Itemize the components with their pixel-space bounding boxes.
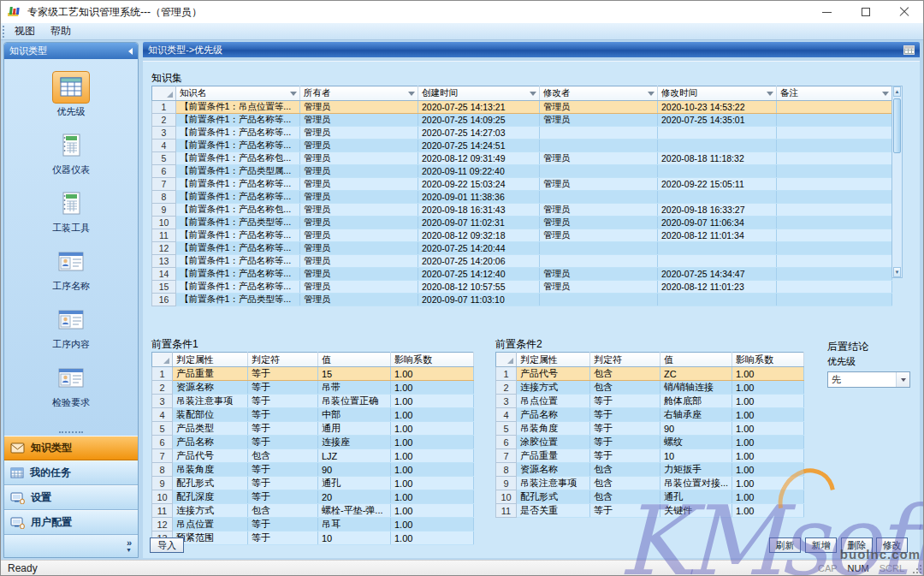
- cell-modified[interactable]: [658, 127, 777, 140]
- cell-created[interactable]: 2020-09-22 15:03:24: [418, 178, 540, 191]
- cell-name[interactable]: 【前置条件1：产品名称等...: [176, 281, 300, 294]
- cell-coef[interactable]: 1.00: [732, 477, 804, 490]
- cell-note[interactable]: [777, 114, 892, 127]
- cell-note[interactable]: [777, 165, 892, 178]
- cell-owner[interactable]: 管理员: [300, 281, 418, 294]
- cell-attr[interactable]: 涂胶位置: [517, 436, 590, 449]
- cell-owner[interactable]: 管理员: [300, 255, 418, 268]
- cell-value[interactable]: 20: [318, 490, 391, 504]
- column-header-modifier[interactable]: 修改者: [540, 86, 658, 101]
- cell-attr[interactable]: 吊装注意事项: [173, 395, 248, 408]
- cell-attr[interactable]: 产品重量: [173, 367, 248, 381]
- cell-modifier[interactable]: [540, 191, 658, 204]
- cell-coef[interactable]: 1.00: [732, 408, 804, 422]
- cell-created[interactable]: 2020-07-25 14:20:06: [418, 255, 540, 268]
- import-button[interactable]: 导入: [150, 537, 184, 553]
- cell-op[interactable]: 包含: [248, 449, 318, 463]
- cell-owner[interactable]: 管理员: [300, 127, 418, 140]
- filter-icon[interactable]: [290, 92, 297, 96]
- table-row[interactable]: 1【前置条件1：吊点位置等...管理员2020-07-25 14:13:21管理…: [152, 101, 892, 114]
- cell-owner[interactable]: 管理员: [300, 217, 418, 229]
- sidebar-item-process-content[interactable]: 工序内容: [52, 304, 90, 351]
- cell-modifier[interactable]: [540, 255, 658, 268]
- cell-modified[interactable]: [658, 255, 777, 268]
- close-button[interactable]: [885, 1, 923, 23]
- cell-note[interactable]: [777, 217, 892, 229]
- cell-op[interactable]: 等于: [590, 449, 660, 463]
- table-row[interactable]: 11是否关重等于关键件1.00: [496, 504, 804, 518]
- filter-icon[interactable]: [882, 92, 889, 96]
- cell-attr[interactable]: 资源名称: [517, 463, 590, 477]
- cell-attr[interactable]: 资源名称: [173, 381, 248, 395]
- cell-op[interactable]: 等于: [248, 463, 318, 477]
- cell-name[interactable]: 【前置条件1：产品类型属...: [176, 165, 300, 178]
- cell-note[interactable]: [777, 281, 892, 294]
- table-row[interactable]: 4产品名称等于右轴承座1.00: [496, 408, 804, 422]
- cell-coef[interactable]: 1.00: [391, 395, 474, 408]
- cell-modifier[interactable]: [540, 140, 658, 152]
- cell-attr[interactable]: 吊装角度: [173, 463, 248, 477]
- cell-value[interactable]: 吊装位置对接...: [660, 477, 732, 490]
- cell-created[interactable]: 2020-07-25 14:20:44: [418, 242, 540, 255]
- cell-coef[interactable]: 1.00: [391, 477, 474, 490]
- menu-help[interactable]: 帮助: [43, 22, 79, 40]
- column-header-name[interactable]: 知识名: [176, 86, 300, 101]
- cell-owner[interactable]: 管理员: [300, 178, 418, 191]
- nav-overflow[interactable]: » ▼: [4, 535, 138, 557]
- cell-attr[interactable]: 连接方式: [517, 381, 590, 395]
- cell-note[interactable]: [777, 191, 892, 204]
- cell-value[interactable]: 螺栓-平垫-弹...: [318, 504, 391, 518]
- table-row[interactable]: 6产品名称等于连接座1.00: [152, 436, 474, 449]
- cell-name[interactable]: 【前置条件1：产品名称包...: [176, 152, 300, 165]
- table-row[interactable]: 8【前置条件1：产品名称等...管理员2020-09-01 11:38:36: [152, 191, 892, 204]
- cell-modified[interactable]: 2020-10-23 14:53:22: [658, 101, 777, 114]
- table-row[interactable]: 8资源名称包含力矩扳手1.00: [496, 463, 804, 477]
- cell-name[interactable]: 【前置条件1：产品名称等...: [176, 268, 300, 281]
- cell-modified[interactable]: [658, 242, 777, 255]
- table-row[interactable]: 11【前置条件1：产品名称等...管理员2020-08-12 09:32:18管…: [152, 229, 892, 242]
- menu-view[interactable]: 视图: [7, 22, 43, 40]
- cell-modifier[interactable]: 管理员: [540, 229, 658, 242]
- table-row[interactable]: 3吊点位置等于舱体底部1.00: [496, 395, 804, 408]
- cell-name[interactable]: 【前置条件1：产品类型等...: [176, 294, 300, 306]
- filter-icon[interactable]: [530, 92, 536, 96]
- cell-attr[interactable]: 吊装注意事项: [517, 477, 590, 490]
- cell-value[interactable]: 舱体底部: [660, 395, 732, 408]
- cell-value[interactable]: LJZ: [318, 449, 391, 463]
- cell-value[interactable]: 90: [660, 422, 732, 436]
- cell-coef[interactable]: 1.00: [732, 367, 804, 381]
- table-row[interactable]: 12【前置条件1：产品名称等...管理员2020-07-25 14:20:44: [152, 242, 892, 255]
- cell-coef[interactable]: 1.00: [391, 408, 474, 422]
- table-row[interactable]: 7产品代号包含LJZ1.00: [152, 449, 474, 463]
- cell-name[interactable]: 【前置条件1：产品名称等...: [176, 178, 300, 191]
- cell-owner[interactable]: 管理员: [300, 165, 418, 178]
- cell-name[interactable]: 【前置条件1：产品名称等...: [176, 255, 300, 268]
- table-row[interactable]: 7【前置条件1：产品名称等...管理员2020-09-22 15:03:24管理…: [152, 178, 892, 191]
- cell-attr[interactable]: 配孔深度: [173, 490, 248, 504]
- table-row[interactable]: 9配孔形式等于通孔1.00: [152, 477, 474, 490]
- cell-coef[interactable]: 1.00: [391, 518, 474, 531]
- cell-created[interactable]: 2020-09-18 16:31:43: [418, 204, 540, 217]
- table-row[interactable]: 1产品重量等于151.00: [152, 367, 474, 381]
- cell-created[interactable]: 2020-07-25 14:09:25: [418, 114, 540, 127]
- cell-created[interactable]: 2020-08-12 10:57:55: [418, 281, 540, 294]
- cell-attr[interactable]: 连接方式: [173, 504, 248, 518]
- table-row[interactable]: 10配孔形式包含通孔1.00: [496, 490, 804, 504]
- cell-modifier[interactable]: [540, 165, 658, 178]
- cell-note[interactable]: [777, 178, 892, 191]
- cell-value[interactable]: 吊耳: [318, 518, 391, 531]
- cell-op[interactable]: 包含: [590, 381, 660, 395]
- table-row[interactable]: 12吊点位置等于吊耳1.00: [152, 518, 474, 531]
- column-header-value[interactable]: 值: [660, 353, 732, 367]
- cell-attr[interactable]: 吊点位置: [173, 518, 248, 531]
- column-header-op[interactable]: 判定符: [590, 353, 660, 367]
- cell-value[interactable]: 关键件: [660, 504, 732, 518]
- table-row[interactable]: 4【前置条件1：产品名称等...管理员2020-07-25 14:24:51: [152, 140, 892, 152]
- cell-modified[interactable]: 2020-09-07 11:06:34: [658, 217, 777, 229]
- cell-modified[interactable]: [658, 140, 777, 152]
- cell-modifier[interactable]: 管理员: [540, 114, 658, 127]
- cell-attr[interactable]: 产品代号: [173, 449, 248, 463]
- cell-created[interactable]: 2020-07-25 14:24:51: [418, 140, 540, 152]
- table-row[interactable]: 9【前置条件1：产品名称包...管理员2020-09-18 16:31:43管理…: [152, 204, 892, 217]
- cell-attr[interactable]: 吊装角度: [517, 422, 590, 436]
